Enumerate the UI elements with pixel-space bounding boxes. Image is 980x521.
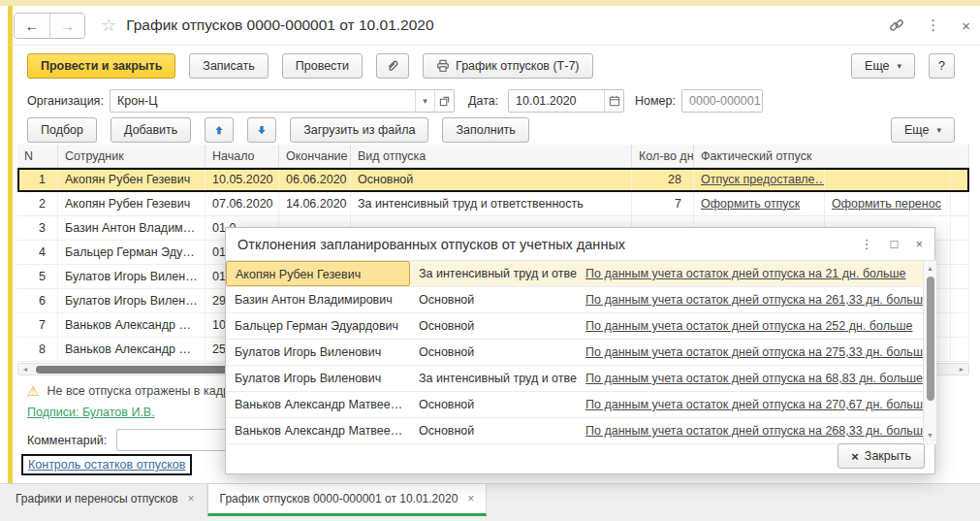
warning-text: Не все отпуска отражены в кадро	[47, 384, 237, 398]
help-button[interactable]: ?	[929, 53, 955, 79]
deviation-message-link[interactable]: По данным учета остаток дней отпуска на …	[585, 267, 906, 280]
header-cell-end[interactable]: Окончание	[279, 145, 351, 167]
more-label: Еще	[865, 59, 889, 73]
deviation-message-link[interactable]: По данным учета остаток дней отпуска на …	[585, 293, 930, 307]
cell-start: 10.05.2020	[205, 168, 279, 191]
deviation-row-7[interactable]: Ваньков Александр Матвее… Основной По да…	[226, 418, 936, 444]
attachment-button[interactable]	[376, 53, 409, 79]
cell-end: 06.06.2020	[279, 168, 351, 191]
post-and-close-button[interactable]: Провести и закрыть	[27, 53, 175, 79]
cell-type: Основной	[351, 168, 632, 191]
pick-button[interactable]: Подбор	[27, 117, 97, 143]
back-button[interactable]: ←	[15, 14, 49, 38]
scroll-up-icon[interactable]: ▲	[924, 262, 936, 275]
header-divider	[13, 45, 980, 46]
load-from-file-button[interactable]: Загрузить из файла	[290, 117, 428, 143]
forward-button[interactable]: →	[49, 14, 84, 38]
dialog-vscrollbar[interactable]: ▲ ▼	[923, 261, 936, 442]
header-cell-employee[interactable]: Сотрудник	[58, 145, 205, 167]
header-cell-start[interactable]: Начало	[205, 145, 279, 167]
number-field[interactable]: 0000-000001	[681, 89, 763, 113]
cell-rest	[951, 289, 969, 312]
deviation-row-5[interactable]: Булатов Игорь Виленович За интенсивный т…	[226, 366, 936, 392]
add-button[interactable]: Добавить	[111, 117, 191, 143]
print-schedule-button[interactable]: График отпусков (Т-7)	[423, 53, 592, 79]
command-bar: Провести и закрыть Записать Провести Гра…	[27, 52, 955, 80]
deviation-message-link[interactable]: По данным учета остаток дней отпуска на …	[585, 319, 913, 333]
vacation-type-cell: Основной	[410, 313, 577, 339]
cell-rest	[951, 241, 969, 264]
tab-close-icon[interactable]: ×	[467, 492, 474, 505]
tab-current-document[interactable]: График отпусков 0000-000001 от 10.01.202…	[207, 484, 488, 516]
table-row-1[interactable]: 1 Акопян Рубен Гезевич 10.05.2020 06.06.…	[17, 168, 969, 192]
cell-employee: Акопян Рубен Гезевич	[58, 192, 205, 215]
deviation-message-link[interactable]: По данным учета остаток дней отпуска на …	[585, 345, 930, 359]
cell-employee: Базин Антон Владим…	[58, 216, 205, 240]
deviation-message-link[interactable]: По данным учета остаток дней отпуска на …	[585, 424, 930, 438]
organization-dropdown-icon[interactable]: ▾	[415, 90, 434, 112]
more-button-top[interactable]: Еще ▾	[851, 53, 915, 79]
move-up-button[interactable]	[205, 117, 234, 143]
arrow-down-icon	[256, 124, 268, 136]
tab-label: График отпусков 0000-000001 от 10.01.202…	[220, 492, 458, 505]
chevron-down-icon: ▾	[936, 125, 941, 135]
scroll-right-icon[interactable]: ►	[955, 364, 968, 374]
organization-open-icon[interactable]	[434, 90, 454, 112]
favorite-star-icon[interactable]: ☆	[101, 15, 116, 36]
post-button[interactable]: Провести	[282, 53, 363, 79]
deviation-row-2[interactable]: Базин Антон Владимирович Основной По дан…	[226, 287, 936, 313]
date-field[interactable]: 10.01.2020	[508, 89, 624, 113]
tab-schedules-list[interactable]: Графики и переносы отпусков ×	[4, 484, 207, 513]
cell-employee: Булатов Игорь Вилен…	[58, 289, 205, 312]
window-menu-dots-icon[interactable]: ⋮	[926, 16, 940, 34]
header-cell-actual[interactable]: Фактический отпуск	[694, 145, 969, 167]
table-header-row: N Сотрудник Начало Окончание Вид отпуска…	[17, 145, 969, 168]
scroll-down-icon[interactable]: ▼	[924, 429, 936, 441]
calendar-icon[interactable]	[604, 90, 623, 112]
tab-close-icon[interactable]: ×	[188, 492, 195, 505]
dialog-menu-dots-icon[interactable]: ⋮	[861, 237, 873, 251]
fill-button[interactable]: Заполнить	[442, 117, 528, 143]
vacation-type-cell: Основной	[410, 418, 577, 443]
vacation-type-cell: За интенсивный труд и отве…	[410, 366, 577, 391]
more-button-table[interactable]: Еще ▾	[891, 117, 955, 143]
left-accent-strip	[8, 6, 13, 483]
paperclip-icon	[386, 59, 399, 73]
issue-vacation-link[interactable]: Оформить отпуск	[701, 197, 800, 211]
deviation-message-link[interactable]: По данным учета остаток дней отпуска на …	[585, 398, 930, 411]
organization-field[interactable]: Крон-Ц ▾	[110, 89, 455, 113]
top-accent-strip	[0, 0, 980, 6]
deviation-message-link[interactable]: По данным учета остаток дней отпуска на …	[585, 372, 923, 385]
cell-n: 3	[17, 216, 58, 240]
cell-employee: Бальцер Герман Эду…	[58, 241, 205, 264]
window-close-icon[interactable]: ×	[962, 17, 970, 34]
signatures-link[interactable]: Подписи: Булатов И.В.	[27, 406, 155, 419]
close-dialog-button[interactable]: × Закрыть	[838, 443, 925, 469]
cell-link2	[825, 168, 951, 191]
header-cell-n[interactable]: N	[17, 145, 58, 167]
move-down-button[interactable]	[247, 117, 276, 143]
app-window: ← → ☆ График отпусков 0000-000001 от 10.…	[0, 0, 980, 521]
deviation-row-4[interactable]: Булатов Игорь Виленович Основной По данн…	[226, 340, 936, 366]
header-cell-type[interactable]: Вид отпуска	[351, 145, 632, 167]
employee-cell: Акопян Рубен Гезевич	[226, 261, 410, 286]
deviation-row-3[interactable]: Бальцер Герман Эдуардович Основной По да…	[226, 313, 936, 340]
header-cell-days[interactable]: Кол-во дн.	[632, 145, 694, 167]
vacation-granted-link[interactable]: Отпуск предоставле…	[701, 173, 825, 186]
employee-cell: Базин Антон Владимирович	[226, 287, 410, 312]
scroll-left-icon[interactable]: ◄	[18, 364, 32, 374]
control-balances-link[interactable]: Контроль остатков отпусков	[21, 454, 192, 475]
deviation-row-6[interactable]: Ваньков Александр Матвее… Основной По да…	[226, 392, 936, 418]
cell-employee: Акопян Рубен Гезевич	[58, 168, 205, 191]
dialog-maximize-icon[interactable]: □	[891, 237, 899, 251]
dialog-close-icon[interactable]: ×	[915, 237, 923, 251]
cell-rest	[951, 192, 969, 215]
organization-label: Организация:	[27, 94, 104, 108]
vscroll-thumb[interactable]	[927, 277, 934, 401]
deviations-dialog: Отклонения запланированных отпусков от у…	[225, 227, 935, 474]
save-button[interactable]: Записать	[189, 53, 268, 79]
table-row-2[interactable]: 2 Акопян Рубен Гезевич 07.06.2020 14.06.…	[17, 192, 969, 216]
issue-transfer-link[interactable]: Оформить перенос	[832, 197, 941, 211]
link-icon[interactable]	[889, 17, 904, 33]
deviation-row-1[interactable]: Акопян Рубен Гезевич За интенсивный труд…	[226, 261, 936, 287]
